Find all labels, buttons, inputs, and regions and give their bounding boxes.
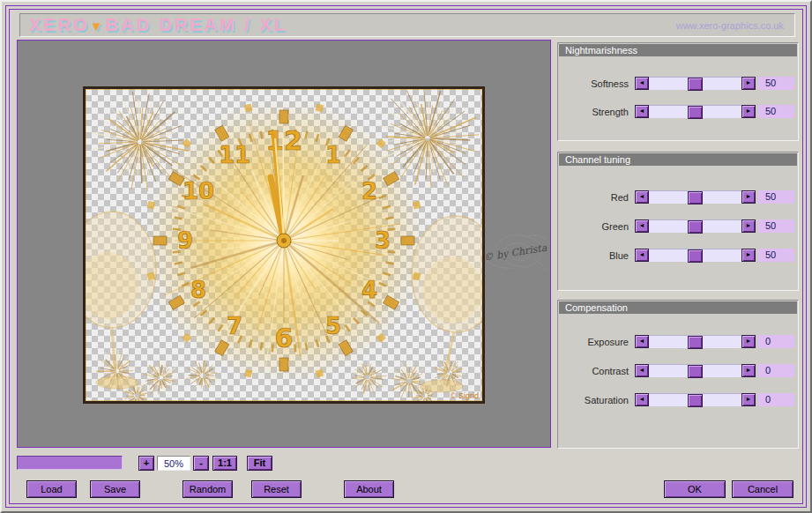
signature-text: © Sigrid [451,391,479,400]
cancel-button[interactable]: Cancel [732,480,793,498]
slider-value: 50 [758,219,794,233]
slider-label: Strength [558,107,629,117]
slider-thumb[interactable] [688,78,703,91]
slider-left-arrow-button[interactable]: ◄ [635,77,649,90]
slider-right-arrow-button[interactable]: ► [741,77,756,90]
website-link[interactable]: www.xero-graphics.co.uk [676,20,784,31]
panel-header-nightmarishness: Nightmarishness [559,44,797,56]
slider-track[interactable] [649,249,741,262]
plugin-title-right: BAD DREAM / XL [106,15,287,34]
slider-right-arrow-button[interactable]: ► [741,249,756,262]
ok-button[interactable]: OK [664,480,726,498]
about-button[interactable]: About [344,480,394,498]
slider-thumb[interactable] [688,365,703,378]
triangle-icon: ▼ [90,19,106,33]
svg-text:10: 10 [183,178,214,204]
slider-track[interactable] [649,77,741,90]
slider-left-arrow-button[interactable]: ◄ [635,219,649,233]
slider-row-contrast: Contrast◄►0 [558,364,798,377]
slider-left-arrow-button[interactable]: ◄ [635,364,649,377]
firework-burst [143,361,178,395]
panel-header-channel-tuning: Channel tuning [559,153,797,166]
svg-text:1: 1 [325,142,341,168]
slider-track[interactable] [649,335,741,348]
title-bar: XERO▼BAD DREAM / XL www.xero-graphics.co… [19,13,795,37]
slider-right-arrow-button[interactable]: ► [741,219,756,233]
slider-right-arrow-button[interactable]: ► [741,393,756,406]
slider-right-arrow-button[interactable]: ► [741,335,756,348]
slider-thumb[interactable] [688,249,703,263]
slider-thumb[interactable] [688,191,703,204]
slider-row-blue: Blue◄►50 [558,249,798,262]
slider-row-saturation: Saturation◄►0 [558,393,798,406]
preview-image[interactable]: 121234567891011© Sigrid [83,86,485,404]
slider-label: Blue [558,250,629,261]
slider-row-softness: Softness◄►50 [558,77,798,90]
zoom-out-button[interactable]: - [193,456,209,471]
slider-left-arrow-button[interactable]: ◄ [635,393,649,406]
svg-text:7: 7 [227,313,242,339]
slider-track[interactable] [649,190,741,204]
svg-text:5: 5 [325,313,341,339]
slider-left-arrow-button[interactable]: ◄ [635,105,649,118]
slider-row-exposure: Exposure◄►0 [558,335,798,348]
watermark: © by Christa [478,219,554,282]
plugin-title: XERO▼BAD DREAM / XL [29,15,287,35]
svg-text:11: 11 [219,142,250,168]
slider-right-arrow-button[interactable]: ► [741,105,756,118]
slider-value: 50 [758,105,794,118]
panel-channel-tuning: Channel tuningRed◄►50Green◄►50Blue◄►50 [557,152,799,291]
zoom-in-button[interactable]: + [138,456,154,471]
zoom-fit-button[interactable]: Fit [247,456,272,471]
slider-value: 0 [758,364,794,377]
zoom-1to1-button[interactable]: 1:1 [212,456,237,471]
svg-text:2: 2 [361,178,377,204]
slider-thumb[interactable] [688,220,703,234]
svg-text:12: 12 [265,125,302,156]
svg-text:8: 8 [190,277,206,303]
panel-nightmarishness: NightmarishnessSoftness◄►50Strength◄►50 [557,42,799,141]
zoom-level-value: 50% [157,456,190,471]
slider-left-arrow-button[interactable]: ◄ [635,190,649,204]
reset-button[interactable]: Reset [251,480,302,498]
slider-value: 0 [758,335,794,348]
clock-artwork: 121234567891011© Sigrid [86,89,482,401]
firework-burst [349,360,386,393]
slider-label: Green [558,221,629,232]
slider-thumb[interactable] [688,106,703,119]
slider-track[interactable] [649,393,741,406]
random-button[interactable]: Random [183,480,233,498]
slider-thumb[interactable] [688,394,703,407]
progress-bar [17,456,123,470]
panel-header-compensation: Compensation [559,301,797,314]
slider-value: 0 [758,393,794,406]
slider-left-arrow-button[interactable]: ◄ [635,335,649,348]
slider-row-red: Red◄►50 [558,190,798,204]
slider-right-arrow-button[interactable]: ► [741,364,756,377]
firework-burst [186,361,220,391]
plugin-window: XERO▼BAD DREAM / XL www.xero-graphics.co… [0,0,812,513]
slider-label: Exposure [558,337,629,347]
slider-label: Saturation [558,395,629,405]
save-button[interactable]: Save [90,480,140,498]
svg-text:9: 9 [177,227,193,254]
slider-track[interactable] [649,219,741,233]
slider-label: Softness [558,78,629,89]
slider-right-arrow-button[interactable]: ► [741,190,756,204]
slider-value: 50 [758,190,794,204]
svg-text:3: 3 [375,227,391,254]
slider-value: 50 [758,77,794,90]
slider-left-arrow-button[interactable]: ◄ [635,249,649,262]
slider-label: Red [558,192,629,203]
slider-track[interactable] [649,364,741,377]
slider-row-strength: Strength◄►50 [558,105,798,118]
slider-thumb[interactable] [688,336,703,349]
svg-text:4: 4 [361,277,377,303]
plugin-title-left: XERO [29,15,90,34]
svg-text:6: 6 [275,323,294,353]
load-button[interactable]: Load [26,480,77,498]
slider-value: 50 [758,249,794,262]
slider-track[interactable] [649,105,741,118]
panel-compensation: CompensationExposure◄►0Contrast◄►0Satura… [557,300,799,449]
slider-label: Contrast [558,366,629,376]
